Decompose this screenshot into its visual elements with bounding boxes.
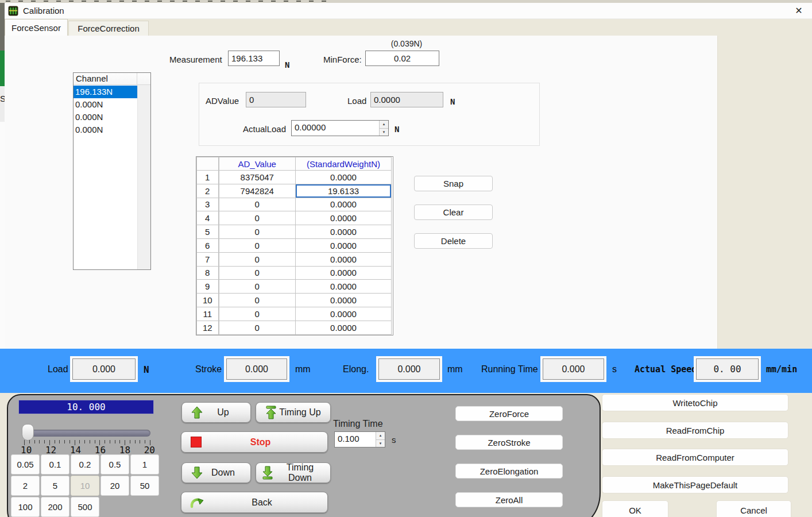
row-number-cell[interactable]: 1 (197, 171, 219, 184)
cancel-button[interactable]: Cancel (716, 500, 791, 517)
ad-value-cell[interactable]: 0 (219, 294, 296, 307)
make-default-button[interactable]: MakeThisPageDefault (602, 476, 788, 493)
ad-value-cell[interactable]: 0 (219, 252, 296, 266)
speed-slider-thumb[interactable] (22, 424, 34, 441)
actual-load-spinner[interactable]: 0.00000 ▲ ▼ (291, 120, 389, 136)
speed-button-200[interactable]: 200 (41, 497, 69, 517)
channel-column-header[interactable]: Channel (74, 73, 150, 85)
ad-value-cell[interactable]: 8375047 (219, 171, 296, 184)
standard-weight-cell[interactable]: 0.0000 (296, 211, 392, 225)
ad-value-column-header[interactable]: AD_Value (219, 157, 296, 171)
close-icon[interactable]: ✕ (791, 4, 806, 18)
stop-button[interactable]: Stop (181, 431, 328, 453)
spin-down-icon[interactable]: ▼ (376, 440, 385, 447)
zero-all-button[interactable]: ZeroAll (455, 492, 563, 507)
standard-weight-cell[interactable]: 19.6133 (296, 184, 392, 198)
row-number-cell[interactable]: 3 (197, 198, 219, 211)
status-load-label: Load (48, 364, 68, 375)
table-row: 1100.0000 (197, 307, 392, 321)
standard-weight-cell[interactable]: 0.0000 (296, 252, 392, 266)
status-actual-speed-value: 0. 00 (713, 364, 741, 375)
row-number-cell[interactable]: 11 (197, 307, 219, 321)
row-number-cell[interactable]: 10 (197, 294, 219, 307)
zero-elongation-button[interactable]: ZeroElongation (455, 464, 563, 479)
standard-weight-cell[interactable]: 0.0000 (296, 280, 392, 294)
row-number-cell[interactable]: 4 (197, 211, 219, 225)
table-row: 400.0000 (197, 211, 392, 225)
speed-button-0.2[interactable]: 0.2 (71, 454, 99, 474)
speed-button-50[interactable]: 50 (130, 476, 159, 496)
speed-slider-track[interactable] (23, 430, 150, 437)
measurement-input[interactable]: 196.133 (228, 51, 280, 66)
ad-value-cell[interactable]: 0 (219, 266, 296, 280)
standard-weight-cell[interactable]: 0.0000 (296, 198, 392, 211)
speed-button-1[interactable]: 1 (130, 454, 159, 474)
row-number-cell[interactable]: 2 (197, 184, 219, 198)
up-arrow-icon (190, 406, 204, 419)
delete-button[interactable]: Delete (414, 233, 493, 249)
row-number-cell[interactable]: 7 (197, 252, 219, 266)
snap-button[interactable]: Snap (414, 176, 493, 191)
ad-value-cell[interactable]: 0 (219, 198, 296, 211)
timing-up-icon (264, 406, 278, 419)
row-number-cell[interactable]: 6 (197, 238, 219, 252)
row-number-cell[interactable]: 8 (197, 266, 219, 280)
read-from-computer-button[interactable]: ReadFromComputer (602, 449, 788, 466)
standard-weight-column-header[interactable]: (StandardWeightN) (296, 157, 392, 171)
timing-time-unit: s (392, 435, 396, 445)
tab-force-correction[interactable]: ForceCorrection (68, 21, 149, 36)
ad-value-cell[interactable]: 0 (219, 238, 296, 252)
row-number-cell[interactable]: 12 (197, 321, 219, 334)
row-number-cell[interactable]: 9 (197, 280, 219, 294)
standard-weight-cell[interactable]: 0.0000 (296, 225, 392, 239)
spin-up-icon[interactable]: ▲ (376, 432, 385, 440)
ad-value-cell[interactable]: 0 (219, 280, 296, 294)
channel-item[interactable]: 196.133N (74, 86, 137, 98)
speed-button-100[interactable]: 100 (11, 497, 40, 517)
speed-button-20[interactable]: 20 (100, 476, 129, 496)
ad-value-cell[interactable]: 0 (219, 225, 296, 239)
speed-button-2[interactable]: 2 (11, 476, 40, 496)
spin-down-icon[interactable]: ▼ (380, 129, 388, 136)
standard-weight-cell[interactable]: 0.0000 (296, 307, 392, 321)
speed-button-0.1[interactable]: 0.1 (41, 454, 69, 474)
zero-force-button[interactable]: ZeroForce (455, 406, 563, 421)
spin-up-icon[interactable]: ▲ (380, 121, 388, 129)
slider-tick (44, 440, 45, 443)
ad-value-cell[interactable]: 7942824 (219, 184, 296, 198)
ad-value-cell[interactable]: 0 (219, 307, 296, 321)
row-number-cell[interactable]: 5 (197, 225, 219, 239)
timing-up-button[interactable]: Timing Up (256, 402, 331, 423)
timing-time-spinner[interactable]: 0.100 ▲ ▼ (334, 431, 385, 447)
ad-value-cell[interactable]: 0 (219, 211, 296, 225)
speed-button-5[interactable]: 5 (41, 476, 69, 496)
channel-item[interactable]: 0.000N (74, 98, 137, 111)
speed-button-0.05[interactable]: 0.05 (11, 454, 40, 474)
clear-button[interactable]: Clear (414, 205, 493, 220)
slider-tick (79, 440, 80, 443)
ad-value-cell[interactable]: 0 (219, 321, 296, 334)
standard-weight-cell[interactable]: 0.0000 (296, 266, 392, 280)
standard-weight-cell[interactable]: 0.0000 (296, 238, 392, 252)
edge-segment (0, 3, 5, 51)
down-button[interactable]: Down (181, 462, 251, 483)
speed-button-0.5[interactable]: 0.5 (100, 454, 129, 474)
speed-button-500[interactable]: 500 (71, 497, 99, 517)
tab-force-sensor[interactable]: ForceSensor (5, 19, 68, 36)
channel-item[interactable]: 0.000N (74, 111, 137, 124)
timing-down-icon (261, 466, 274, 480)
standard-weight-cell[interactable]: 0.0000 (296, 321, 392, 334)
back-button[interactable]: Back (181, 492, 328, 513)
timing-down-button[interactable]: Timing Down (256, 462, 331, 483)
standard-weight-cell[interactable]: 0.0000 (296, 171, 392, 184)
status-running-time-field: 0.000 (543, 358, 604, 380)
standard-weight-cell[interactable]: 0.0000 (296, 294, 392, 307)
channel-item[interactable]: 0.000N (74, 124, 137, 136)
min-force-input[interactable]: 0.02 (365, 51, 439, 66)
write-to-chip-button[interactable]: WritetoChip (602, 394, 788, 411)
read-from-chip-button[interactable]: ReadFromChip (602, 422, 788, 439)
up-button[interactable]: Up (181, 402, 251, 423)
ok-button[interactable]: OK (602, 500, 668, 517)
zero-stroke-button[interactable]: ZeroStroke (455, 435, 563, 450)
window-title: Calibration (23, 6, 64, 16)
